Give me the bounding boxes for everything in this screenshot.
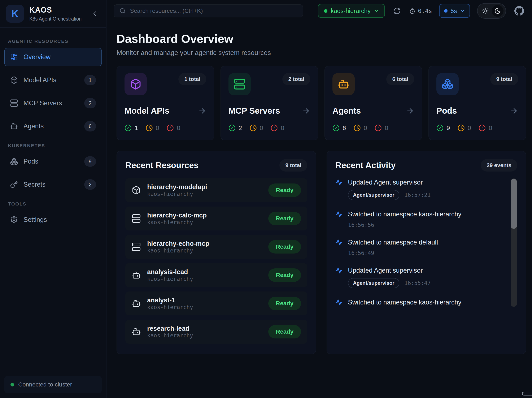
bot-icon [332,73,355,95]
resource-namespace: kaos-hierarchy [147,276,193,282]
clock-icon [458,124,465,131]
chevron-down-icon [374,8,379,13]
sidebar-count-badge: 1 [84,75,96,85]
bot-icon [10,122,18,130]
sidebar-nav: AGENTIC RESOURCES Overview Model APIs 1 … [0,28,106,371]
clock-icon [250,124,257,131]
refresh-button[interactable] [392,6,402,16]
stat-card-pods[interactable]: 9 total Pods 9 0 0 [428,66,526,140]
stat-card-agents[interactable]: 6 total Agents 6 0 0 [324,66,422,140]
refresh-interval-selector[interactable]: 5s [439,4,470,18]
sidebar-item-agents[interactable]: Agents 6 [4,117,102,135]
app-title: KAOS [29,6,84,14]
sidebar-item-pods[interactable]: Pods 9 [4,152,102,171]
failed-count: 0 [489,124,492,131]
theme-toggle[interactable] [477,3,506,19]
stat-card-mcp-servers[interactable]: 2 total MCP Servers 2 0 0 [221,66,318,140]
server-icon [132,242,141,251]
sidebar-item-secrets[interactable]: Secrets 2 [4,175,102,194]
activity-time: 16:56:56 [348,222,374,228]
resource-namespace: kaos-hierarchy [147,332,193,339]
sidebar-item-label: Settings [24,216,96,224]
section-label-kubernetes: KUBERNETES [8,143,98,148]
total-badge: 9 total [490,73,518,85]
card-title: Agents [332,106,361,116]
resource-row[interactable]: hierarchy-echo-mcpkaos-hierarchy Ready [125,235,307,259]
resource-row[interactable]: analyst-1kaos-hierarchy Ready [125,291,307,315]
server-icon [10,99,18,107]
moon-icon [494,7,501,14]
panel-title: Recent Resources [125,161,198,170]
stat-card-model-apis[interactable]: 1 total Model APIs 1 0 0 [117,66,214,140]
total-badge: 2 total [282,73,310,85]
section-label-tools: TOOLS [8,201,98,207]
activity-item: Updated Agent supervisor Agent/superviso… [335,179,500,200]
ready-count: 6 [342,124,346,131]
resource-row[interactable]: analysis-leadkaos-hierarchy Ready [125,263,307,287]
sidebar-collapse-button[interactable] [89,8,100,19]
dashboard-icon [10,53,18,61]
recent-activity-panel: Recent Activity 29 events Updated Agent … [327,151,526,354]
sidebar-item-overview[interactable]: Overview [4,48,102,66]
alert-circle-icon [374,124,382,131]
boxes-icon [437,73,459,95]
arrow-right-icon[interactable] [302,107,310,115]
activity-item: Switched to namespace default 16:56:49 [335,239,500,256]
activity-item: Switched to namespace kaos-hierarchy 16:… [335,211,500,228]
status-badge: Ready [268,297,301,310]
sidebar-count-badge: 9 [84,156,96,167]
panels: Recent Resources 9 total hierarchy-model… [117,151,526,354]
light-mode-button[interactable] [482,7,489,14]
github-link[interactable] [514,6,524,16]
status-badge: Ready [268,325,301,339]
activity-tag: Agent/supervisor [348,278,399,288]
namespace-selector[interactable]: kaos-hierarchy [318,4,385,18]
clock-icon [146,124,153,131]
sidebar-count-badge: 6 [84,121,96,131]
activity-scrollbar-track[interactable] [511,179,517,307]
timer-icon [409,8,415,14]
key-icon [10,180,18,188]
arrow-right-icon[interactable] [198,107,206,115]
resource-row[interactable]: hierarchy-modelapikaos-hierarchy Ready [125,178,307,202]
sidebar-item-mcp-servers[interactable]: MCP Servers 2 [4,94,102,112]
failed-count: 0 [385,124,388,131]
sidebar-item-label: MCP Servers [24,99,79,107]
gear-icon [10,216,18,224]
resource-namespace: kaos-hierarchy [147,219,193,225]
sun-icon [482,7,489,14]
pending-count: 0 [156,124,159,131]
dark-mode-button[interactable] [492,5,503,17]
resource-row[interactable]: hierarchy-calc-mcpkaos-hierarchy Ready [125,206,307,231]
ready-count: 9 [446,124,450,131]
activity-time: 16:56:49 [348,250,374,256]
search-box[interactable] [114,4,303,17]
check-circle-icon [125,124,132,131]
arrow-right-icon[interactable] [510,107,518,115]
sidebar-item-settings[interactable]: Settings [4,211,102,229]
chevron-left-icon [91,10,99,17]
arrow-right-icon[interactable] [406,107,414,115]
activity-scrollbar-thumb[interactable] [511,179,517,229]
activity-icon [335,211,342,218]
status-badge: Ready [268,268,301,282]
sidebar-item-model-apis[interactable]: Model APIs 1 [4,71,102,89]
server-icon [132,214,141,223]
cluster-status-text: Connected to cluster [18,381,72,388]
sidebar-item-label: Secrets [24,181,79,188]
resource-name: analysis-lead [147,268,188,276]
search-input[interactable] [130,7,297,14]
activity-item: Updated Agent supervisor Agent/superviso… [335,267,500,288]
bot-icon [132,299,141,308]
app-root: K KAOS K8s Agent Orchestration AGENTIC R… [0,0,532,398]
activity-title: Updated Agent supervisor [348,179,423,186]
resource-list: hierarchy-modelapikaos-hierarchy Ready h… [125,178,307,344]
events-total-badge: 29 events [481,159,517,172]
topbar: kaos-hierarchy 0.4s 5s [107,0,532,22]
resource-row[interactable]: research-leadkaos-hierarchy Ready [125,320,307,344]
latency-indicator: 0.4s [409,7,432,14]
horizontal-scrollbar-thumb[interactable] [522,392,532,396]
total-badge: 6 total [386,73,414,85]
failed-count: 0 [281,124,284,131]
ready-count: 1 [135,124,138,131]
